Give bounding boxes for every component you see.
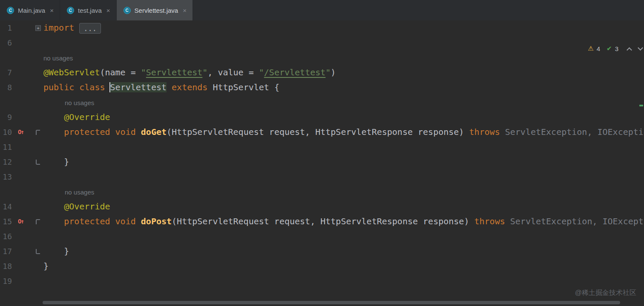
code-token: [167, 82, 172, 92]
chevron-down-icon[interactable]: [638, 45, 643, 51]
code-row: 18}: [0, 259, 644, 274]
tab-test-java[interactable]: C test.java ×: [60, 0, 117, 20]
caret-highlighted-identifier: Servlettest: [109, 82, 167, 92]
code-line: [43, 140, 644, 154]
code-line: public class Servlettest extends HttpSer…: [43, 80, 644, 95]
code-token: protected void: [64, 216, 141, 226]
gutter: 11: [0, 140, 43, 154]
tab-main-java[interactable]: C Main.java ×: [0, 0, 60, 20]
line-number: 16: [3, 229, 12, 244]
code-token: ": [259, 67, 264, 77]
chevron-up-icon[interactable]: [627, 47, 632, 53]
code-line: [43, 274, 644, 289]
tab-servlettest-java[interactable]: C Servlettest.java ×: [117, 0, 193, 20]
close-icon[interactable]: ×: [50, 7, 54, 14]
java-class-icon: C: [124, 7, 131, 14]
code-token: , value =: [207, 67, 259, 77]
gutter: 15O↑: [0, 214, 43, 229]
code-token: }: [43, 261, 49, 271]
code-token: throws: [474, 216, 505, 226]
java-class-icon: C: [7, 7, 14, 14]
inlay-row: no usages: [0, 95, 644, 110]
code-line: import ...: [43, 20, 644, 35]
gutter: [0, 184, 43, 199]
code-token: @WebServlet: [43, 67, 100, 77]
line-number: 7: [7, 65, 12, 80]
scrollbar-change-marker: [639, 105, 643, 106]
gutter: 6: [0, 35, 43, 50]
code-row: 12 }: [0, 154, 644, 169]
code-row: 7@WebServlet(name = "Servlettest", value…: [0, 65, 644, 80]
editor-tab-bar: C Main.java × C test.java × C Servlettes…: [0, 0, 644, 20]
gutter: 1+: [0, 20, 43, 35]
code-token: (HttpServletRequest request, HttpServlet…: [167, 127, 469, 137]
check-icon: ✔: [607, 45, 612, 52]
code-token: import: [43, 23, 79, 33]
code-row: 19: [0, 274, 644, 289]
fold-start-icon[interactable]: [36, 219, 40, 224]
code-token: }: [43, 246, 69, 256]
usages-inlay-hint[interactable]: no usages: [65, 189, 94, 196]
tab-label: Servlettest.java: [135, 7, 178, 14]
tab-label: test.java: [78, 7, 102, 14]
usages-inlay-hint[interactable]: no usages: [43, 54, 73, 62]
fold-start-icon[interactable]: [36, 130, 40, 135]
close-icon[interactable]: ×: [183, 7, 187, 14]
line-number: 6: [7, 35, 12, 50]
code-token: @Override: [64, 112, 110, 122]
override-method-icon[interactable]: O↑: [18, 125, 23, 140]
usages-inlay-hint[interactable]: no usages: [65, 99, 94, 106]
code-token: ": [325, 67, 331, 77]
gutter: 12: [0, 154, 43, 169]
code-token: ...: [79, 23, 101, 34]
gutter: [0, 50, 43, 65]
fold-end-icon[interactable]: [36, 249, 40, 254]
gutter: 13: [0, 169, 43, 184]
code-token: [43, 112, 64, 122]
code-line: protected void doGet(HttpServletRequest …: [43, 125, 644, 140]
line-number: 17: [3, 244, 12, 259]
code-row: 6: [0, 35, 644, 50]
code-row: 17 }: [0, 244, 644, 259]
close-icon[interactable]: ×: [106, 7, 110, 14]
gutter: 14: [0, 199, 43, 214]
code-row: 14 @Override: [0, 199, 644, 214]
tab-label: Main.java: [18, 7, 45, 14]
line-number: 10: [3, 125, 12, 140]
inspections-widget[interactable]: ⚠ 4 ✔ 3: [588, 43, 642, 54]
code-editor[interactable]: 1+import ...6no usages7@WebServlet(name …: [0, 20, 644, 306]
code-line: [43, 35, 644, 50]
code-token: protected void: [64, 127, 141, 137]
code-token: @Override: [64, 201, 110, 212]
override-method-icon[interactable]: O↑: [18, 214, 23, 229]
code-token: ": [141, 67, 146, 77]
line-number: 14: [3, 199, 12, 214]
code-token: ServletException, IOException: [500, 127, 644, 137]
code-token: [43, 216, 64, 226]
line-number: 15: [3, 214, 12, 229]
horizontal-scrollbar[interactable]: [43, 301, 620, 304]
line-number: 1: [7, 20, 12, 35]
fold-expand-icon[interactable]: +: [35, 25, 41, 31]
code-line: no usages: [43, 184, 644, 199]
code-token: /Servlettest: [264, 67, 326, 77]
line-number: 11: [3, 140, 12, 154]
code-line: }: [43, 244, 644, 259]
code-line: @Override: [43, 199, 644, 214]
code-token: }: [43, 157, 69, 167]
code-line: }: [43, 259, 644, 274]
code-token: (HttpServletRequest request, HttpServlet…: [172, 216, 474, 226]
warning-icon: ⚠: [588, 45, 593, 52]
code-token: public class: [43, 82, 110, 92]
line-number: 18: [3, 259, 12, 274]
code-token: doGet: [141, 127, 167, 137]
warning-count: 4: [597, 45, 600, 52]
fold-end-icon[interactable]: [36, 160, 40, 165]
gutter: 9: [0, 110, 43, 125]
code-line: @Override: [43, 110, 644, 125]
gutter: 19: [0, 274, 43, 289]
line-number: 13: [3, 169, 12, 184]
gutter: 8: [0, 80, 43, 95]
code-token: ServletException, IOException: [505, 216, 644, 226]
gutter: 17: [0, 244, 43, 259]
